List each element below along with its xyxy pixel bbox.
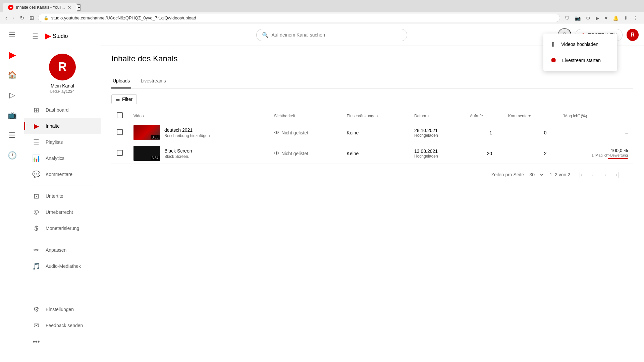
dropdown-item-livestream[interactable]: ⏺ Livestream starten	[543, 52, 617, 68]
sidebar-item-kommentare[interactable]: 💬 Kommentare	[24, 166, 101, 182]
close-tab-icon[interactable]: ✕	[67, 5, 71, 10]
extension-btn-1[interactable]: 🛡	[563, 14, 572, 22]
einstellungen-icon: ⚙	[32, 305, 40, 313]
channel-avatar[interactable]: R	[49, 54, 76, 80]
filter-icon: ⚌	[116, 97, 120, 102]
search-input[interactable]	[271, 32, 401, 38]
forward-button[interactable]: ›	[11, 14, 15, 22]
sidebar-item-feedback[interactable]: ✉ Feedback senden	[24, 317, 101, 334]
icon-rail-menu[interactable]: ☰	[4, 27, 20, 43]
sidebar-item-analytics[interactable]: 📊 Analytics	[24, 150, 101, 166]
sidebar-item-untertitel[interactable]: ⊡ Untertitel	[24, 188, 101, 204]
col-kommentare: Kommentare	[503, 110, 557, 122]
next-page-button[interactable]: ›	[600, 169, 610, 180]
row-checkbox-2[interactable]	[117, 150, 123, 156]
col-sichtbarkeit: Sichtbarkeit	[269, 110, 341, 122]
page-info: 1–2 von 2	[550, 172, 571, 177]
video-thumbnail-1[interactable]: 0:35	[133, 125, 160, 140]
home-button[interactable]: ⊞	[28, 13, 35, 22]
sidebar-item-audio[interactable]: 🎵 Audio-Mediathek	[24, 258, 101, 274]
filter-label: Filter	[122, 97, 132, 102]
select-all-checkbox[interactable]	[117, 112, 123, 118]
date-sub-2: Hochgeladen	[414, 154, 459, 159]
dropdown-item-upload[interactable]: ⬆ Videos hochladen	[543, 36, 617, 52]
sidebar-item-playlists[interactable]: ☰ Playlists	[24, 134, 101, 150]
filter-button[interactable]: ⚌ Filter	[111, 94, 137, 104]
page-nav: |‹ ‹ › ›|	[576, 169, 623, 180]
video-cell-1: 0:35 deutsch 2021 Beschreibung hinzufüge…	[133, 125, 263, 140]
extension-btn-6[interactable]: 🔔	[611, 14, 621, 22]
browser-chrome: ▶ Inhalte des Kanals - YouT... ✕ + ‹ › ↻…	[0, 0, 644, 24]
dropdown-menu: ⬆ Videos hochladen ⏺ Livestream starten	[543, 34, 617, 71]
search-container: 🔍	[106, 29, 558, 41]
visibility-icon-1: 👁	[274, 130, 279, 136]
reload-button[interactable]: ↻	[18, 13, 25, 22]
sidebar-item-einstellungen[interactable]: ⚙ Einstellungen	[24, 301, 101, 317]
urheberrecht-icon: ©	[32, 208, 40, 216]
icon-shorts[interactable]: ▷	[4, 87, 20, 103]
sidebar-item-urheberrecht[interactable]: © Urheberrecht	[24, 204, 101, 220]
prev-page-button[interactable]: ‹	[588, 169, 598, 180]
active-tab[interactable]: ▶ Inhalte des Kanals - YouT... ✕	[3, 3, 77, 12]
video-desc-1[interactable]: Beschreibung hinzufügen	[164, 133, 210, 138]
first-page-button[interactable]: |‹	[576, 169, 586, 180]
sidebar-item-anpassen[interactable]: ✏ Anpassen	[24, 242, 101, 258]
extension-btn-3[interactable]: ⚙	[584, 14, 592, 22]
tab-uploads[interactable]: Uploads	[111, 74, 131, 88]
sidebar-item-dashboard[interactable]: ⊞ Dashboard	[24, 102, 101, 118]
video-desc-2[interactable]: Black Screen.	[164, 154, 192, 159]
back-button[interactable]: ‹	[4, 14, 8, 22]
user-avatar[interactable]: R	[627, 29, 639, 41]
sidebar-item-label: Anpassen	[46, 247, 66, 253]
video-duration-2: 6:34	[151, 156, 160, 160]
sidebar-item-label: Feedback senden	[46, 323, 83, 328]
icon-sub[interactable]: 📺	[4, 107, 20, 123]
hamburger-button[interactable]: ☰	[30, 29, 41, 43]
pagination: Zeilen pro Seite 30 50 100 1–2 von 2 |‹ …	[111, 164, 633, 185]
icon-history[interactable]: 🕐	[4, 147, 20, 164]
tab-favicon: ▶	[8, 5, 13, 10]
row-checkbox-1[interactable]	[117, 129, 123, 135]
sidebar-item-label: Inhalte	[46, 123, 60, 129]
rows-per-page-select[interactable]: 30 50 100	[527, 170, 544, 179]
content-area: Inhalte des Kanals Uploads Livestreams ⚌…	[101, 46, 644, 362]
restrictions-2: Keine	[341, 143, 409, 164]
extension-btn-5[interactable]: ♥	[603, 14, 609, 22]
tab-title: Inhalte des Kanals - YouT...	[16, 5, 65, 10]
untertitel-icon: ⊡	[32, 192, 40, 200]
active-indicator	[24, 122, 25, 130]
sidebar-item-monetarisierung[interactable]: $ Monetarisierung	[24, 220, 101, 236]
dropdown-item-label: Videos hochladen	[561, 42, 598, 47]
sidebar: ☰ ▶ Studio R Mein Kanal LetsPlay1234 ⊞ D…	[24, 24, 101, 362]
nav-bar: ‹ › ↻ ⊞ 🔒 studio.youtube.com/channel/UCo…	[0, 12, 644, 24]
sidebar-item-label: Urheberrecht	[46, 209, 73, 215]
video-title-1[interactable]: deutsch 2021	[164, 127, 210, 133]
sidebar-header: ☰ ▶ Studio	[24, 24, 101, 48]
video-thumbnail-2[interactable]: 6:34	[133, 146, 160, 161]
inhalte-icon: ▶	[32, 122, 40, 130]
dashboard-icon: ⊞	[32, 106, 40, 114]
likes-sub-2: 1 'Mag ich'-Bewertung	[563, 153, 628, 157]
extension-btn-2[interactable]: 📷	[573, 14, 583, 22]
col-datum[interactable]: Datum ↓	[409, 110, 465, 122]
table-row: 0:35 deutsch 2021 Beschreibung hinzufüge…	[111, 122, 633, 143]
likes-1: –	[557, 122, 633, 143]
new-tab-button[interactable]: +	[77, 4, 81, 11]
extension-btn-4[interactable]: ▶	[594, 14, 601, 22]
address-bar[interactable]: 🔒 studio.youtube.com/channel/UCocN6zQPHQ…	[38, 14, 560, 22]
app-container: ☰ ▶ 🏠 ▷ 📺 ☰ 🕐 ☰ ▶ Studio R Mein Kanal Le…	[0, 24, 644, 362]
extension-btn-7[interactable]: ⬇	[622, 14, 630, 22]
feedback-icon: ✉	[32, 321, 40, 329]
sidebar-item-label: Audio-Mediathek	[46, 263, 81, 269]
visibility-text-1: Nicht gelistet	[281, 130, 308, 135]
icon-library[interactable]: ☰	[4, 127, 20, 143]
tab-livestreams[interactable]: Livestreams	[139, 74, 167, 88]
icon-home[interactable]: 🏠	[4, 67, 20, 83]
anpassen-icon: ✏	[32, 246, 40, 254]
video-title-2[interactable]: Black Screen	[164, 148, 192, 154]
last-page-button[interactable]: ›|	[612, 169, 623, 180]
livestream-icon: ⏺	[550, 56, 557, 64]
browser-menu-button[interactable]: ⋮	[631, 14, 640, 22]
sidebar-item-inhalte[interactable]: ▶ Inhalte	[24, 118, 101, 134]
sidebar-item-more[interactable]: •••	[24, 334, 101, 350]
